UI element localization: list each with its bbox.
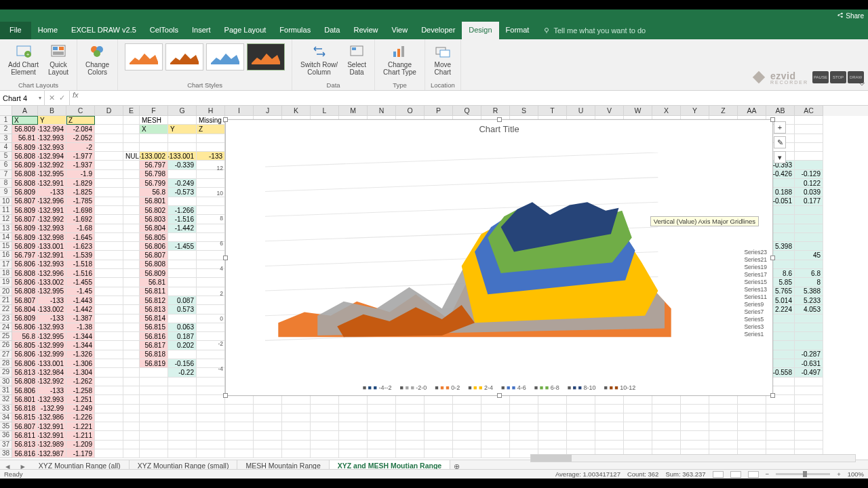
cell[interactable]: -132.991 <box>38 422 66 431</box>
cell[interactable]: 45 <box>795 251 823 260</box>
accept-formula-icon[interactable]: ✓ <box>59 94 65 102</box>
cell[interactable]: 0.573 <box>168 305 197 314</box>
wm-pause[interactable]: PAUSE <box>812 71 829 83</box>
cell[interactable] <box>681 431 709 440</box>
cell[interactable]: -1.516 <box>168 215 197 224</box>
cell[interactable]: -1.304 <box>66 368 95 377</box>
cell[interactable] <box>481 422 510 431</box>
cell[interactable] <box>795 152 823 161</box>
cell[interactable]: -0.339 <box>168 161 197 169</box>
cell[interactable]: 56.813 <box>12 441 38 449</box>
cell[interactable]: -1.344 <box>66 332 95 341</box>
row-header[interactable]: 33 <box>0 405 12 413</box>
row-header[interactable]: 28 <box>0 359 12 368</box>
row-header[interactable]: 2 <box>0 125 12 134</box>
cell[interactable] <box>123 296 140 305</box>
cell[interactable]: 56.802 <box>140 206 168 215</box>
cell[interactable] <box>652 405 681 413</box>
cell[interactable]: 56.801 <box>140 197 168 206</box>
cell[interactable] <box>123 215 140 224</box>
cell[interactable] <box>254 395 282 404</box>
cell[interactable] <box>168 251 197 260</box>
cell[interactable]: -0.287 <box>795 350 823 359</box>
cell[interactable] <box>311 413 339 422</box>
cell[interactable] <box>168 197 197 206</box>
cell[interactable] <box>795 215 823 224</box>
cell[interactable] <box>766 441 795 449</box>
row-header[interactable]: 19 <box>0 278 12 287</box>
cell[interactable] <box>624 441 652 449</box>
cell[interactable] <box>197 413 225 422</box>
cell[interactable]: -1.785 <box>66 197 95 206</box>
cell[interactable]: Z <box>197 125 225 134</box>
cell[interactable]: 56.809 <box>12 161 38 169</box>
cell[interactable] <box>795 206 823 215</box>
cell[interactable] <box>254 422 282 431</box>
cell[interactable] <box>709 413 738 422</box>
chevron-down-icon[interactable]: ▾ <box>39 95 41 101</box>
cell[interactable] <box>481 431 510 440</box>
row-header[interactable]: 24 <box>0 323 12 332</box>
cell[interactable] <box>567 405 595 413</box>
cell[interactable] <box>95 386 123 395</box>
cell[interactable] <box>95 161 123 169</box>
cell[interactable] <box>95 405 123 413</box>
row-header[interactable]: 26 <box>0 341 12 350</box>
cell[interactable] <box>396 431 425 440</box>
cell[interactable]: -132.994 <box>38 152 66 161</box>
col-header-A[interactable]: A <box>12 106 38 116</box>
cell[interactable]: X <box>140 125 168 134</box>
cell[interactable] <box>795 341 823 350</box>
cell[interactable]: -132.992 <box>38 378 66 386</box>
row-header[interactable]: 23 <box>0 314 12 323</box>
chart-style-3[interactable] <box>206 43 244 70</box>
cell[interactable] <box>140 386 168 395</box>
cell[interactable]: -2.052 <box>66 134 95 143</box>
cell[interactable] <box>95 206 123 215</box>
cell[interactable] <box>595 405 624 413</box>
cell[interactable] <box>168 269 197 278</box>
cell[interactable] <box>396 413 425 422</box>
cell[interactable] <box>766 413 795 422</box>
cell[interactable] <box>225 431 254 440</box>
cell[interactable] <box>140 143 168 152</box>
cell[interactable]: -132.993 <box>38 260 66 269</box>
cell[interactable] <box>168 170 197 179</box>
chart-styles-gallery[interactable] <box>123 42 286 72</box>
cell[interactable]: 56.805 <box>140 233 168 242</box>
cell[interactable] <box>453 449 481 458</box>
cell[interactable] <box>254 413 282 422</box>
cell[interactable] <box>795 134 823 143</box>
cell[interactable] <box>123 233 140 242</box>
cell[interactable] <box>197 405 225 413</box>
cell[interactable] <box>396 422 425 431</box>
cell[interactable] <box>254 441 282 449</box>
cell[interactable] <box>339 441 368 449</box>
cell[interactable] <box>368 413 396 422</box>
formula-input[interactable] <box>81 91 868 105</box>
row-header[interactable]: 38 <box>0 449 12 458</box>
cell[interactable]: 56.809 <box>12 233 38 242</box>
col-header-I[interactable]: I <box>225 106 254 116</box>
add-chart-element-button[interactable]: + Add Chart Element <box>5 42 41 77</box>
cell[interactable] <box>681 441 709 449</box>
cell[interactable]: -0.497 <box>795 368 823 377</box>
cell[interactable] <box>538 441 567 449</box>
cell[interactable] <box>95 269 123 278</box>
cell[interactable] <box>567 422 595 431</box>
col-header-N[interactable]: N <box>368 106 396 116</box>
cell[interactable] <box>123 206 140 215</box>
cell[interactable] <box>453 422 481 431</box>
cell[interactable]: 56.813 <box>140 305 168 314</box>
cell[interactable] <box>481 413 510 422</box>
row-header[interactable]: 3 <box>0 134 12 143</box>
cell[interactable] <box>123 386 140 395</box>
cell[interactable] <box>168 386 197 395</box>
cell[interactable] <box>795 161 823 169</box>
cell[interactable]: -1.455 <box>66 278 95 287</box>
fx-icon[interactable]: fx <box>70 91 81 105</box>
cell[interactable]: -1.306 <box>66 359 95 368</box>
cell[interactable]: 56.799 <box>140 179 168 188</box>
row-header[interactable]: 30 <box>0 378 12 386</box>
cell[interactable]: 56.797 <box>12 251 38 260</box>
